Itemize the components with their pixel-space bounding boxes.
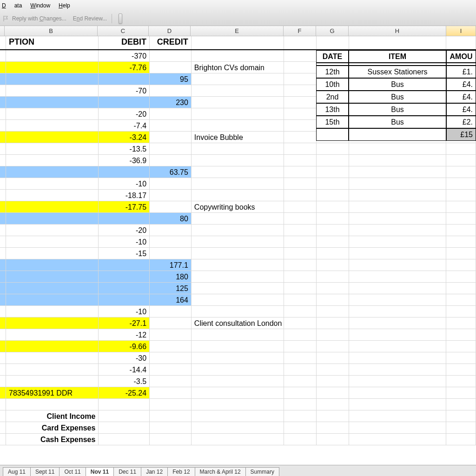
table-row[interactable]: -15 <box>0 248 476 259</box>
col-header-i[interactable]: I <box>446 26 476 36</box>
cell[interactable]: Invoice Bubble <box>192 132 284 143</box>
cell[interactable] <box>6 236 99 247</box>
cell[interactable] <box>0 97 6 108</box>
cell[interactable] <box>0 387 6 398</box>
inner-cell[interactable]: 12th <box>316 66 349 78</box>
cell[interactable] <box>284 306 317 317</box>
reply-changes-button[interactable]: Reply with Changes... <box>12 15 66 22</box>
cell[interactable] <box>317 225 349 236</box>
cell[interactable] <box>0 399 6 410</box>
col-header-a[interactable] <box>0 26 5 36</box>
cell[interactable]: Client consultation London <box>192 317 284 329</box>
table-row[interactable]: 63.75 <box>0 166 476 178</box>
cell[interactable] <box>284 225 317 236</box>
cell[interactable] <box>6 143 99 154</box>
cell[interactable] <box>192 387 284 398</box>
cell[interactable] <box>349 364 446 375</box>
cell[interactable] <box>192 352 284 364</box>
cell[interactable] <box>446 306 476 317</box>
cell[interactable] <box>317 399 349 410</box>
cell[interactable] <box>317 201 349 212</box>
cell[interactable] <box>99 97 150 108</box>
cell[interactable]: -20 <box>99 108 150 119</box>
cell[interactable]: 164 <box>150 294 192 305</box>
cell[interactable] <box>6 306 99 317</box>
cell[interactable] <box>317 376 349 387</box>
cell[interactable] <box>317 248 349 259</box>
cell[interactable] <box>192 341 284 352</box>
cell[interactable] <box>446 399 476 410</box>
sheet-tab[interactable]: March & April 12 <box>195 467 246 476</box>
cell[interactable] <box>150 306 192 317</box>
cell[interactable] <box>446 236 476 247</box>
cell[interactable] <box>284 62 317 73</box>
cell[interactable]: -36.9 <box>99 155 150 166</box>
cell[interactable] <box>317 434 349 445</box>
cell[interactable] <box>284 143 317 154</box>
cell[interactable] <box>150 387 192 398</box>
cell[interactable] <box>99 410 150 422</box>
inner-cell[interactable]: Bus <box>349 103 446 116</box>
cell[interactable]: -3.24 <box>99 132 150 143</box>
cell[interactable] <box>0 271 6 282</box>
cell[interactable] <box>150 143 192 154</box>
table-row[interactable] <box>0 399 476 410</box>
cell[interactable] <box>6 190 99 201</box>
cell[interactable] <box>150 376 192 387</box>
cell[interactable] <box>284 352 317 364</box>
table-row[interactable]: -30 <box>0 352 476 364</box>
header-credit[interactable]: CREDIT <box>150 36 192 49</box>
cell[interactable] <box>284 178 317 189</box>
cell[interactable] <box>6 376 99 387</box>
cell[interactable] <box>192 294 284 305</box>
toolbar-handle[interactable] <box>119 13 122 24</box>
cell[interactable] <box>6 166 99 178</box>
cell[interactable] <box>0 143 6 154</box>
inner-cell[interactable]: Bus <box>349 78 446 91</box>
cell[interactable] <box>150 399 192 410</box>
table-row[interactable]: -17.75Copywriting books <box>0 201 476 213</box>
cell[interactable] <box>284 271 317 282</box>
inner-cell[interactable]: 2nd <box>316 91 349 103</box>
cell[interactable] <box>349 178 446 189</box>
cell[interactable]: -30 <box>99 352 150 364</box>
cell[interactable]: -10 <box>99 306 150 317</box>
cell[interactable]: 80 <box>150 213 192 224</box>
cell[interactable] <box>446 317 476 329</box>
cell[interactable] <box>0 294 6 305</box>
cell[interactable] <box>192 85 284 96</box>
cell[interactable] <box>349 387 446 398</box>
cell[interactable] <box>446 387 476 398</box>
cell[interactable] <box>0 352 6 364</box>
cell[interactable] <box>192 422 284 433</box>
cell[interactable]: 95 <box>150 73 192 85</box>
col-header-f[interactable]: F <box>284 26 316 36</box>
table-row[interactable]: -10 <box>0 306 476 317</box>
cell[interactable] <box>446 213 476 224</box>
cell[interactable] <box>446 329 476 340</box>
inner-cell[interactable] <box>349 128 446 141</box>
table-row[interactable]: 78354931991 DDR-25.24 <box>0 387 476 399</box>
cell[interactable] <box>192 120 284 131</box>
cell[interactable] <box>317 317 349 329</box>
cell[interactable]: -10 <box>99 178 150 189</box>
cell[interactable] <box>349 190 446 201</box>
cell[interactable] <box>284 248 317 259</box>
cell[interactable] <box>6 73 99 85</box>
table-row[interactable]: -20 <box>0 225 476 236</box>
cell[interactable] <box>446 143 476 154</box>
cell[interactable] <box>192 225 284 236</box>
cell[interactable] <box>6 62 99 73</box>
cell[interactable] <box>150 62 192 73</box>
cell[interactable] <box>317 166 349 178</box>
cell[interactable] <box>349 236 446 247</box>
cell[interactable] <box>349 248 446 259</box>
cell[interactable] <box>150 329 192 340</box>
cell[interactable] <box>6 317 99 329</box>
cell[interactable]: -20 <box>99 225 150 236</box>
cell[interactable] <box>0 166 6 178</box>
end-review-button[interactable]: End Review... <box>73 15 107 22</box>
cell[interactable] <box>150 50 192 61</box>
cell[interactable]: 63.75 <box>150 166 192 178</box>
table-row[interactable]: Cash Expenses <box>0 434 476 445</box>
